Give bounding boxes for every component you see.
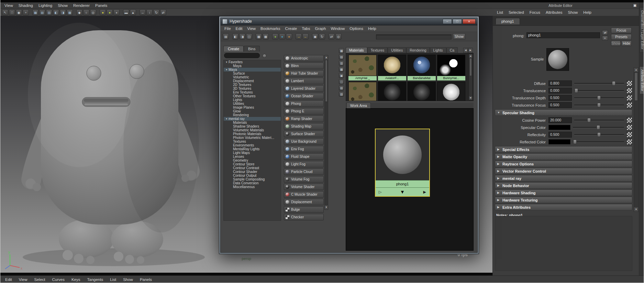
shader-button[interactable]: Particle Cloud <box>284 168 324 175</box>
toolbar-icon[interactable]: ◉ <box>16 9 22 15</box>
tree-item[interactable]: Shadow Shaders <box>224 124 281 128</box>
toolbar-icon[interactable]: ↻ <box>153 9 159 15</box>
display-option-icon[interactable]: ▩ <box>339 67 344 72</box>
tree-item[interactable]: Environments <box>224 143 281 147</box>
close-button[interactable]: × <box>463 19 476 24</box>
shader-button[interactable]: Lambert <box>284 78 324 84</box>
toolbar-icon[interactable]: ◧ <box>53 9 59 15</box>
menu-item[interactable]: Shading <box>16 3 36 8</box>
tree-item[interactable]: Glow <box>224 109 281 113</box>
menu-item[interactable]: Show <box>55 3 70 8</box>
swatch-scrollbar[interactable]: ▲ ▼ <box>469 54 473 100</box>
toolbar-icon[interactable]: ← <box>302 33 309 40</box>
focus-button[interactable]: Focus <box>611 28 632 33</box>
shader-button[interactable]: Env Fog <box>284 146 324 152</box>
menu-item[interactable]: Bookmarks <box>258 26 283 31</box>
tree-item[interactable]: Utilities <box>224 102 281 106</box>
toolbar-icon[interactable]: ▩ <box>67 9 73 15</box>
shader-button[interactable]: Volume Shader <box>284 184 324 190</box>
shader-button[interactable]: C Muscle Shader <box>284 191 324 198</box>
tree-item[interactable]: Rendering <box>224 113 281 117</box>
menu-item[interactable]: Show <box>565 10 581 14</box>
menu-item[interactable]: Tangents <box>84 277 107 282</box>
texture-map-button[interactable] <box>626 117 632 123</box>
tree-item[interactable]: Image Planes <box>224 106 281 109</box>
material-swatch[interactable]: AviatorF... <box>378 55 406 80</box>
menu-item[interactable]: List <box>107 277 120 282</box>
tree-item[interactable]: Contour Contrast <box>224 166 281 170</box>
expand-arrow-icon[interactable]: ▼ <box>225 118 229 120</box>
tree-item[interactable]: Materials <box>224 121 281 124</box>
shader-list-scrollbar[interactable]: ▲ ▼ <box>324 55 328 210</box>
shader-button[interactable]: Checker <box>284 214 324 220</box>
toolbar-icon[interactable]: ◨ <box>60 9 66 15</box>
tree-item[interactable]: Photon Volumetric Materi... <box>224 136 281 140</box>
toolbar-icon[interactable]: ● <box>286 33 292 40</box>
scroll-down-icon[interactable]: ▼ <box>469 96 472 100</box>
shader-button[interactable]: Bulge <box>284 206 324 213</box>
swatch-tab[interactable]: Ca <box>446 47 458 53</box>
phong1-node[interactable]: phong1 ▷ ▼ ▶ <box>375 129 430 197</box>
material-swatch[interactable]: ArmyHat _ <box>348 55 377 80</box>
section-bar-specular-shading[interactable]: ▼ Specular Shading <box>495 109 632 116</box>
menu-item[interactable]: Panels <box>92 3 110 8</box>
shader-button[interactable]: Shading Map <box>284 123 324 130</box>
section-bar[interactable]: ▶ Vector Renderer Control <box>495 168 632 174</box>
dock-menu-icon[interactable]: ▣ <box>633 3 637 8</box>
scrollbar-thumb[interactable] <box>469 58 472 76</box>
hide-button[interactable]: Hide <box>621 41 632 46</box>
texture-map-button[interactable] <box>626 95 632 101</box>
tree-item[interactable]: Contour Shader <box>224 170 281 174</box>
texture-map-button[interactable] <box>626 132 632 138</box>
material-swatch[interactable] <box>378 82 406 101</box>
toolbar-icon[interactable]: ▤ <box>39 9 45 15</box>
toolbar-icon[interactable]: ↕ <box>146 9 153 15</box>
shader-button[interactable]: Blinn <box>284 63 324 69</box>
tree-item[interactable]: Lenses <box>224 155 281 159</box>
tree-item[interactable]: Surface <box>224 72 281 75</box>
slider-handle[interactable] <box>597 132 601 137</box>
node-name-field[interactable]: phong1 <box>526 32 600 38</box>
display-option-icon[interactable]: ▦ <box>339 48 344 53</box>
tab-scroll-left-icon[interactable]: ◀ <box>463 48 468 53</box>
tab-phong1[interactable]: phong1 <box>496 18 520 24</box>
create-search-field[interactable] <box>224 53 260 58</box>
node-expand-icon[interactable]: ▼ <box>400 189 405 195</box>
shader-button[interactable]: Anisotropic <box>284 55 324 62</box>
attribute-slider[interactable] <box>574 131 624 138</box>
menu-item[interactable]: View <box>15 277 31 282</box>
section-bar[interactable]: ▶ Matte Opacity <box>495 153 632 160</box>
menu-item[interactable]: Graph <box>312 26 328 31</box>
menu-item[interactable]: List <box>494 10 506 14</box>
menu-item[interactable]: Help <box>366 26 379 31</box>
menu-item[interactable]: Tabs <box>299 26 312 31</box>
display-option-icon[interactable]: ▨ <box>339 91 344 97</box>
menu-item[interactable]: Help <box>580 10 594 14</box>
toolbar-icon[interactable]: □ <box>9 9 15 15</box>
material-swatch[interactable] <box>348 82 377 101</box>
tree-item[interactable]: ▼ Maya <box>224 68 281 72</box>
toolbar-icon[interactable]: ▦ <box>256 33 262 40</box>
attribute-value-field[interactable]: 0.000 <box>548 88 572 94</box>
material-swatch[interactable] <box>408 82 436 101</box>
menu-item[interactable]: Edit <box>2 277 15 282</box>
toolbar-icon[interactable]: ○ <box>83 9 89 15</box>
tree-item[interactable]: 2D Textures <box>224 83 281 87</box>
tree-item[interactable]: Geometry <box>224 159 281 162</box>
display-option-icon[interactable]: ▥ <box>339 61 344 66</box>
slider-handle[interactable] <box>597 125 600 130</box>
menu-item[interactable]: Focus <box>527 10 543 14</box>
notes-field[interactable] <box>495 216 632 271</box>
toolbar-icon[interactable]: + <box>23 9 29 15</box>
section-bar[interactable]: ▶ Node Behavior <box>495 182 632 189</box>
display-option-icon[interactable]: ▧ <box>339 85 344 90</box>
attribute-value-field[interactable]: 0.500 <box>548 95 572 101</box>
tree-item[interactable]: 3D Textures <box>224 87 281 90</box>
tree-item[interactable]: Contour Output <box>224 174 281 177</box>
attribute-value-field[interactable]: 0.800 <box>548 80 572 86</box>
display-option-icon[interactable]: ▤ <box>339 54 344 59</box>
create-panel-tab[interactable]: Create <box>223 46 244 52</box>
toolbar-icon[interactable]: ↻ <box>319 33 325 40</box>
section-bar[interactable]: ▶ Hardware Shading <box>495 189 632 196</box>
splitter-knob[interactable] <box>263 54 266 58</box>
